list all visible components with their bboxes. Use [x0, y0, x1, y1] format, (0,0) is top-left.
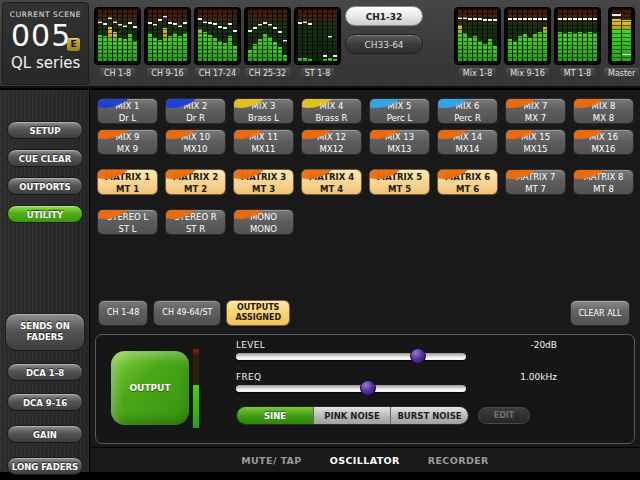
assign-button-channel: MX11 [234, 143, 293, 155]
tab-recorder[interactable]: RECORDER [428, 455, 489, 466]
assign-button-matrix-1[interactable]: MATRIX 1MT 1 [97, 169, 158, 195]
meter-segment-overlay [493, 9, 497, 61]
assign-grid-row-3: MATRIX 1MT 1MATRIX 2MT 2MATRIX 3MT 3MATR… [97, 169, 634, 195]
meter-bar [163, 9, 167, 61]
oscillator-output-button[interactable]: OUTPUT [111, 351, 189, 425]
sends-on-faders-line1: SENDS ON [6, 321, 84, 332]
assign-button-mix-4[interactable]: MIX 4Brass R [301, 98, 362, 124]
mode-button-pink-noise[interactable]: PINK NOISE [314, 407, 391, 424]
meter-group-mix-1-8[interactable]: Mix 1-8 [454, 7, 501, 79]
meter-bar [148, 9, 152, 61]
assign-button-stereo-r[interactable]: STEREO RST R [165, 209, 226, 235]
assign-button-mix-10[interactable]: MIX 10MX10 [165, 129, 226, 155]
assign-button-channel: Dr R [166, 112, 225, 124]
meter-segment-overlay [118, 9, 122, 61]
assign-button-matrix-4[interactable]: MATRIX 4MT 4 [301, 169, 362, 195]
assign-button-matrix-3[interactable]: MATRIX 3MT 3 [233, 169, 294, 195]
filter-tab-ch-1-48[interactable]: CH 1-48 [98, 300, 148, 326]
tab-oscillator[interactable]: OSCILLATOR [330, 455, 400, 466]
sends-on-faders-button[interactable]: SENDS ON FADERS [5, 313, 85, 351]
meter-group-ch-25-32[interactable]: CH 25-32 [244, 7, 291, 79]
assign-button-matrix-8[interactable]: MATRIX 8MT 8 [573, 169, 634, 195]
meter-group-mt-1-8[interactable]: MT 1-8 [554, 7, 601, 79]
sidebar-item-setup[interactable]: SETUP [7, 121, 83, 139]
mode-button-sine[interactable]: SINE [237, 407, 314, 424]
freq-slider[interactable] [236, 385, 466, 392]
meter-bar [593, 9, 597, 61]
sidebar-item-dca-1-8[interactable]: DCA 1-8 [7, 363, 83, 381]
assign-button-matrix-2[interactable]: MATRIX 2MT 2 [165, 169, 226, 195]
meter-bar [133, 9, 137, 61]
meter-group-ch-9-16[interactable]: CH 9-16 [144, 7, 191, 79]
meter-segment-overlay [198, 9, 202, 61]
meter-group-st-1-8[interactable]: ST 1-8 [294, 7, 341, 79]
oscillator-mode-selector: SINEPINK NOISEBURST NOISE [236, 406, 469, 425]
assign-button-mix-2[interactable]: MIX 2Dr R [165, 98, 226, 124]
meter-bar [558, 9, 562, 61]
assign-button-mix-5[interactable]: MIX 5Perc L [369, 98, 430, 124]
assign-button-mix-13[interactable]: MIX 13MX13 [369, 129, 430, 155]
edit-button[interactable]: EDIT [478, 407, 530, 424]
assign-button-mix-15[interactable]: MIX 15MX15 [505, 129, 566, 155]
mode-button-burst-noise[interactable]: BURST NOISE [391, 407, 468, 424]
assign-button-matrix-5[interactable]: MATRIX 5MT 5 [369, 169, 430, 195]
assign-button-mix-3[interactable]: MIX 3Brass L [233, 98, 294, 124]
sidebar-item-long-faders[interactable]: LONG FADERS [7, 457, 83, 475]
meter-bar [258, 9, 262, 61]
assign-button-mix-8[interactable]: MIX 8MX 8 [573, 98, 634, 124]
meter-bar [573, 9, 577, 61]
meter-segment-overlay [248, 9, 252, 61]
sidebar-item-dca-9-16[interactable]: DCA 9-16 [7, 393, 83, 411]
assign-button-channel: MT 1 [98, 183, 157, 195]
meter-bar [563, 9, 567, 61]
assign-button-mix-12[interactable]: MIX 12MX12 [301, 129, 362, 155]
sidebar-item-utility[interactable]: UTILITY [7, 205, 83, 223]
meter-bar [308, 9, 312, 61]
meter-screen [554, 7, 601, 65]
meter-segment-overlay [208, 9, 212, 61]
filter-tab-ch-49-64-st[interactable]: CH 49-64/ST [153, 300, 221, 326]
meter-bar [303, 9, 307, 61]
level-knob[interactable] [410, 348, 426, 364]
meter-bar [153, 9, 157, 61]
assign-button-channel: MX10 [166, 143, 225, 155]
meter-segment-overlay [473, 9, 477, 61]
level-slider[interactable] [236, 353, 466, 360]
meter-bar [223, 9, 227, 61]
sidebar-item-gain[interactable]: GAIN [7, 425, 83, 443]
filter-tab-outputs-assigned[interactable]: OUTPUTSASSIGNED [226, 300, 290, 326]
meter-segment-overlay [103, 9, 107, 61]
bank-button-ch1-32[interactable]: CH1-32 [345, 6, 423, 26]
meter-bar [208, 9, 212, 61]
assign-button-channel: MX12 [302, 143, 361, 155]
meter-segment-overlay [583, 9, 587, 61]
assign-button-matrix-7[interactable]: MATRIX 7MT 7 [505, 169, 566, 195]
meter-segment-overlay [483, 9, 487, 61]
assign-button-mix-7[interactable]: MIX 7MX 7 [505, 98, 566, 124]
meter-bar [263, 9, 267, 61]
assign-button-mix-6[interactable]: MIX 6Perc R [437, 98, 498, 124]
meter-group-ch-1-8[interactable]: CH 1-8 [94, 7, 141, 79]
sidebar-item-outports[interactable]: OUTPORTS [7, 177, 83, 195]
bank-button-ch33-64[interactable]: CH33-64 [345, 34, 423, 54]
assign-button-mix-9[interactable]: MIX 9MX 9 [97, 129, 158, 155]
freq-knob[interactable] [360, 380, 376, 396]
sidebar-item-cue-clear[interactable]: CUE CLEAR [7, 149, 83, 167]
assign-filter-row: CH 1-48CH 49-64/STOUTPUTSASSIGNED CLEAR … [98, 300, 632, 328]
assign-button-mix-14[interactable]: MIX 14MX14 [437, 129, 498, 155]
meter-bar [588, 9, 592, 61]
assign-button-channel: MT 5 [370, 183, 429, 195]
assign-button-matrix-6[interactable]: MATRIX 6MT 6 [437, 169, 498, 195]
assign-button-mix-1[interactable]: MIX 1Dr L [97, 98, 158, 124]
assign-button-mix-11[interactable]: MIX 11MX11 [233, 129, 294, 155]
meter-group-ch-17-24[interactable]: CH 17-24 [194, 7, 241, 79]
assign-button-stereo-l[interactable]: STEREO LST L [97, 209, 158, 235]
assign-button-mix-16[interactable]: MIX 16MX16 [573, 129, 634, 155]
meter-group-master[interactable]: Master [604, 7, 639, 79]
meter-segment-overlay [578, 9, 582, 61]
meter-group-mix-9-16[interactable]: Mix 9-16 [504, 7, 551, 79]
level-label: LEVEL [236, 340, 265, 350]
clear-all-button[interactable]: CLEAR ALL [570, 300, 630, 326]
tab-mute-tap[interactable]: MUTE/ TAP [241, 455, 302, 466]
assign-button-mono[interactable]: MONOMONO [233, 209, 294, 235]
